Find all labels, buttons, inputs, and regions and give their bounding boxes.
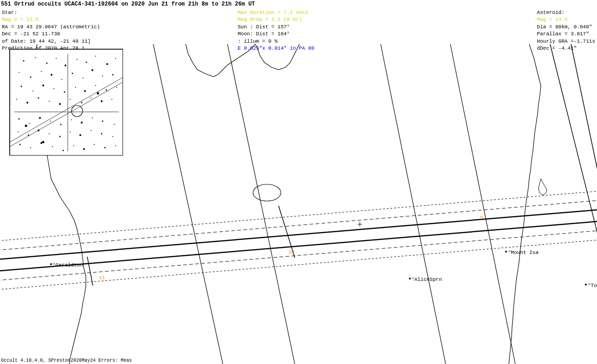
svg-point-54	[42, 84, 44, 86]
svg-point-69	[91, 98, 91, 98]
svg-point-62	[16, 99, 17, 100]
svg-point-60	[106, 90, 107, 91]
svg-point-42	[19, 72, 19, 73]
svg-point-53	[32, 91, 33, 91]
svg-point-52	[21, 86, 22, 87]
svg-text:11: 11	[99, 275, 105, 280]
svg-line-7	[227, 44, 295, 364]
svg-point-83	[28, 135, 29, 136]
svg-point-66	[59, 103, 61, 105]
main-container: 551 Ortrud occults UCAC4-341-192604 on 2…	[0, 0, 597, 364]
asteroid-dia: Dia = 80km, 0.048"	[537, 24, 595, 31]
svg-point-73	[29, 123, 30, 124]
svg-point-63	[26, 102, 28, 104]
svg-line-3	[0, 200, 597, 251]
svg-point-94	[40, 142, 42, 144]
svg-point-45	[51, 74, 52, 76]
svg-point-22	[505, 251, 507, 253]
svg-point-95	[52, 146, 53, 147]
max-duration: Max Duration = 7.1 secs	[238, 9, 314, 16]
asteroid-hourly-gra: Hourly GRA =-1.711s	[537, 38, 595, 45]
svg-point-41	[115, 58, 116, 59]
svg-point-104	[42, 141, 45, 143]
svg-point-93	[30, 147, 31, 148]
svg-point-99	[94, 144, 95, 145]
inset-svg	[10, 49, 123, 156]
svg-point-86	[59, 136, 61, 137]
svg-point-50	[102, 76, 103, 77]
svg-line-13	[87, 257, 93, 286]
svg-point-89	[91, 130, 91, 131]
svg-line-5	[0, 190, 597, 241]
svg-point-91	[112, 136, 113, 137]
svg-point-37	[77, 59, 78, 60]
svg-point-68	[81, 102, 83, 104]
svg-point-47	[72, 73, 73, 74]
svg-point-24	[585, 284, 587, 286]
asteroid-mag: Mag = 14.5	[537, 16, 595, 23]
svg-point-36	[65, 65, 66, 66]
svg-text:°Geraldton: °Geraldton	[52, 262, 83, 268]
svg-point-92	[19, 144, 21, 145]
svg-line-0	[0, 221, 597, 272]
star-mag: Mag V = 12.5	[2, 16, 100, 23]
svg-line-11	[571, 44, 597, 221]
star-label: Star:	[2, 9, 100, 16]
svg-point-44	[41, 71, 42, 72]
header-info: 551 Ortrud occults UCAC4-341-192604 on 2…	[1, 1, 596, 7]
svg-point-70	[101, 100, 103, 102]
svg-line-2	[0, 230, 597, 281]
svg-line-6	[153, 44, 223, 364]
svg-point-71	[111, 99, 112, 100]
svg-text:9: 9	[480, 215, 483, 221]
svg-point-48	[83, 78, 84, 78]
svg-text:10: 10	[288, 249, 294, 255]
star-ra: RA = 19 43 29.0647 (astrometric)	[2, 24, 100, 31]
star-dec: Dec = -21 52 11.738	[2, 31, 100, 38]
svg-text:°AliceSprn: °AliceSprn	[411, 277, 442, 282]
title: 551 Ortrud occults UCAC4-341-192604 on 2…	[1, 1, 596, 7]
svg-point-87	[70, 131, 71, 132]
star-of-date: of Date: 19 44 42, -21 49 11]	[2, 38, 100, 45]
svg-point-77	[71, 119, 72, 120]
svg-point-65	[49, 101, 50, 102]
svg-point-49	[91, 69, 93, 71]
svg-point-61	[116, 87, 117, 88]
svg-text:°Tor: °Tor	[588, 283, 597, 288]
svg-point-58	[84, 90, 86, 92]
svg-point-101	[115, 145, 116, 146]
svg-point-35	[56, 58, 57, 59]
svg-point-40	[106, 63, 108, 65]
svg-point-74	[39, 117, 41, 119]
footer-text: Occult 4.10.4.0, SPreston2020May24 Error…	[1, 358, 132, 363]
svg-point-17	[50, 263, 52, 265]
sun-dist: Sun : Dist = 157°	[238, 24, 314, 31]
inset-map	[9, 49, 123, 156]
error-ellipse: E 0.025"x 0.014" in PA 80	[238, 45, 314, 52]
svg-point-76	[60, 124, 62, 125]
asteroid-ddec: dDec = -4.41"	[537, 45, 595, 52]
svg-point-75	[50, 121, 51, 122]
svg-point-102	[25, 125, 27, 127]
svg-point-98	[83, 148, 85, 150]
svg-point-72	[19, 118, 20, 120]
asteroid-parallax: Parallax = 3.817"	[537, 31, 595, 38]
star-info: Star: Mag V = 12.5 RA = 19 43 29.0647 (a…	[2, 9, 100, 52]
svg-line-8	[381, 44, 446, 364]
svg-point-51	[112, 74, 114, 76]
svg-point-38	[86, 62, 87, 63]
svg-text:°Mount Isa: °Mount Isa	[508, 250, 539, 255]
svg-line-10	[550, 44, 597, 276]
svg-point-103	[97, 92, 99, 95]
svg-point-39	[95, 56, 96, 57]
svg-point-46	[61, 79, 62, 80]
svg-point-82	[18, 131, 19, 132]
svg-point-57	[75, 87, 76, 88]
svg-point-56	[64, 91, 65, 93]
svg-point-97	[73, 145, 74, 146]
svg-point-64	[38, 98, 39, 99]
svg-point-100	[104, 147, 106, 149]
svg-point-33	[35, 57, 36, 58]
svg-point-55	[53, 88, 54, 89]
svg-point-96	[63, 150, 64, 151]
